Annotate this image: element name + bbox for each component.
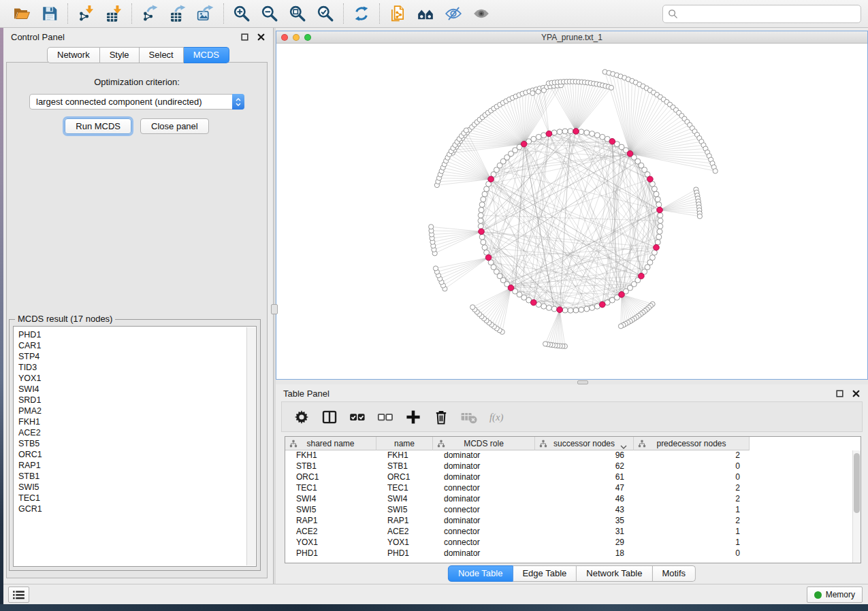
table-cell[interactable]: YOX1: [285, 538, 376, 548]
table-cell[interactable]: dominator: [433, 516, 535, 527]
table-row[interactable]: RAP1RAP1dominator352: [285, 516, 861, 527]
mcds-result-item[interactable]: RAP1: [18, 460, 256, 471]
table-row[interactable]: FKH1FKH1dominator962: [285, 450, 861, 461]
table-cell[interactable]: 62: [535, 461, 634, 472]
table-cell[interactable]: SWI4: [376, 494, 433, 505]
close-table-panel-icon[interactable]: [852, 389, 861, 398]
close-panel-icon[interactable]: [257, 33, 266, 42]
mcds-result-item[interactable]: PMA2: [18, 406, 256, 416]
table-cell[interactable]: 61: [535, 472, 634, 483]
mcds-result-item[interactable]: STB5: [18, 438, 256, 449]
table-cell[interactable]: connector: [433, 538, 535, 548]
mcds-result-item[interactable]: STB1: [18, 471, 256, 482]
mcds-result-item[interactable]: PHD1: [18, 329, 256, 340]
table-cell[interactable]: 46: [535, 494, 634, 505]
table-cell[interactable]: YOX1: [376, 538, 433, 548]
table-cell[interactable]: SWI5: [285, 505, 376, 516]
horizontal-splitter-handle[interactable]: [577, 380, 588, 384]
table-settings-icon[interactable]: [293, 409, 310, 425]
table-cell[interactable]: 1: [634, 538, 750, 548]
zoom-fit-icon[interactable]: [289, 5, 306, 22]
table-cell[interactable]: 47: [535, 483, 634, 494]
table-cell[interactable]: 1: [634, 527, 750, 538]
mcds-result-item[interactable]: STP4: [18, 351, 256, 362]
import-network-icon[interactable]: [77, 5, 95, 22]
optimization-criterion-select[interactable]: largest connected component (undirected): [29, 94, 244, 110]
tab-mcds[interactable]: MCDS: [184, 47, 229, 63]
table-cell[interactable]: 0: [634, 472, 750, 483]
column-header-MCDS-role[interactable]: MCDS role: [433, 437, 535, 450]
vertical-splitter-handle[interactable]: [271, 304, 278, 314]
table-row[interactable]: STB1STB1dominator620: [285, 461, 861, 472]
task-history-button[interactable]: [8, 587, 29, 603]
export-table-icon[interactable]: [169, 5, 187, 22]
maximize-window-icon[interactable]: [304, 34, 311, 41]
table-scrollbar-thumb[interactable]: [854, 453, 860, 513]
show-all-icon[interactable]: [472, 5, 490, 22]
table-row[interactable]: ACE2ACE2connector311: [285, 527, 861, 538]
mcds-result-item[interactable]: CAR1: [18, 340, 256, 351]
add-column-icon[interactable]: [405, 409, 421, 425]
table-cell[interactable]: ACE2: [376, 527, 433, 538]
column-header-successor-nodes[interactable]: successor nodes: [535, 437, 634, 450]
zoom-selected-icon[interactable]: [317, 5, 334, 22]
table-cell[interactable]: 31: [535, 527, 634, 538]
table-cell[interactable]: dominator: [433, 450, 535, 461]
import-table-icon[interactable]: [105, 5, 123, 22]
refresh-icon[interactable]: [353, 5, 370, 22]
table-cell[interactable]: 2: [634, 450, 750, 461]
float-table-panel-icon[interactable]: [835, 389, 844, 398]
zoom-in-icon[interactable]: [233, 5, 251, 22]
table-cell[interactable]: SWI4: [285, 494, 376, 505]
mcds-result-item[interactable]: SWI4: [18, 384, 256, 395]
table-cell[interactable]: dominator: [433, 494, 535, 505]
table-cell[interactable]: 2: [634, 483, 750, 494]
table-cell[interactable]: STB1: [285, 461, 376, 472]
table-cell[interactable]: connector: [433, 505, 535, 516]
float-panel-icon[interactable]: [240, 33, 249, 42]
table-cell[interactable]: ORC1: [376, 472, 433, 483]
select-all-icon[interactable]: [349, 409, 366, 425]
memory-button[interactable]: Memory: [807, 587, 863, 603]
first-neighbors-icon[interactable]: [417, 5, 434, 22]
tab-motifs[interactable]: Motifs: [652, 565, 696, 582]
table-row[interactable]: YOX1YOX1connector291: [285, 538, 861, 548]
table-cell[interactable]: 2: [634, 516, 750, 527]
table-cell[interactable]: SWI5: [376, 505, 433, 516]
network-document-icon[interactable]: [389, 5, 406, 22]
tab-select[interactable]: Select: [140, 47, 184, 63]
tab-network-table[interactable]: Network Table: [577, 565, 652, 582]
column-header-shared-name[interactable]: shared name: [285, 437, 376, 450]
table-cell[interactable]: STB1: [376, 461, 433, 472]
table-cell[interactable]: dominator: [433, 461, 535, 472]
delete-column-icon[interactable]: [433, 409, 449, 425]
table-cell[interactable]: dominator: [433, 548, 535, 559]
zoom-out-icon[interactable]: [261, 5, 278, 22]
table-cell[interactable]: 35: [535, 516, 634, 527]
table-row[interactable]: TEC1TEC1connector472: [285, 483, 861, 494]
table-cell[interactable]: 1: [634, 505, 750, 516]
close-window-icon[interactable]: [281, 34, 288, 41]
table-cell[interactable]: TEC1: [376, 483, 433, 494]
table-cell[interactable]: PHD1: [376, 548, 433, 559]
network-frame-titlebar[interactable]: YPA_prune.txt_1: [276, 31, 867, 44]
table-cell[interactable]: FKH1: [285, 450, 376, 461]
table-row[interactable]: ORC1ORC1dominator610: [285, 472, 861, 483]
table-cell[interactable]: 18: [535, 548, 634, 559]
export-image-icon[interactable]: [197, 5, 214, 22]
minimize-window-icon[interactable]: [293, 34, 300, 41]
tab-edge-table[interactable]: Edge Table: [513, 565, 577, 582]
table-cell[interactable]: ACE2: [285, 527, 376, 538]
mcds-result-item[interactable]: FKH1: [18, 416, 256, 427]
hide-selected-icon[interactable]: [445, 5, 462, 22]
table-cell[interactable]: FKH1: [376, 450, 433, 461]
tab-network[interactable]: Network: [47, 47, 100, 63]
search-input[interactable]: [682, 9, 856, 19]
table-cell[interactable]: RAP1: [376, 516, 433, 527]
mcds-result-item[interactable]: ORC1: [18, 449, 256, 460]
mcds-result-list[interactable]: PHD1CAR1STP4TID3YOX1SWI4SRD1PMA2FKH1ACE2…: [13, 326, 257, 567]
mcds-result-item[interactable]: YOX1: [18, 373, 256, 384]
network-canvas[interactable]: [276, 44, 867, 379]
close-panel-button[interactable]: Close panel: [140, 118, 209, 134]
table-row[interactable]: SWI5SWI5connector431: [285, 505, 861, 516]
